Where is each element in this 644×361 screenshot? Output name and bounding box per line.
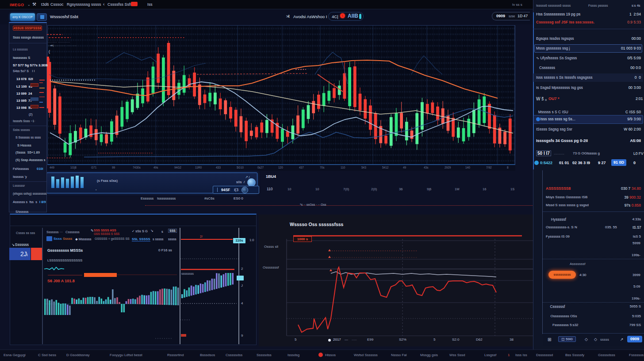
svg-text:11R0: 11R0 xyxy=(195,166,202,169)
svg-text:437: 437 xyxy=(299,166,304,169)
svg-text:1G|8: 1G|8 xyxy=(70,166,77,169)
svg-text:70s: 70s xyxy=(320,166,325,169)
svg-text:J: J xyxy=(241,284,243,288)
svg-text:0s27: 0s27 xyxy=(257,166,264,169)
svg-text:G71: G71 xyxy=(91,166,97,169)
svg-text:94G2: 94G2 xyxy=(174,166,181,169)
svg-text:5G10: 5G10 xyxy=(237,166,244,169)
svg-text:433: 433 xyxy=(216,166,221,169)
svg-text:9: 9 xyxy=(241,334,243,338)
svg-text:8: 8 xyxy=(507,166,509,169)
svg-text:543: 543 xyxy=(361,166,366,169)
svg-text:2929: 2929 xyxy=(445,166,451,169)
svg-text:2: 2 xyxy=(241,267,243,271)
svg-text:ssssssss: ssssssss xyxy=(181,272,194,275)
svg-text:140: 140 xyxy=(465,166,470,169)
svg-text:7/92: 7/92 xyxy=(486,166,492,169)
svg-text:2/: 2/ xyxy=(200,235,203,238)
svg-text:49s: 49s xyxy=(153,166,158,169)
svg-text:120: 120 xyxy=(278,166,283,169)
svg-text:7430s: 7430s xyxy=(133,166,141,169)
svg-text:5412: 5412 xyxy=(382,166,389,169)
svg-text:449: 449 xyxy=(50,166,54,169)
svg-text:99: 99 xyxy=(112,166,115,169)
svg-text:43s: 43s xyxy=(424,166,429,169)
svg-text:110: 110 xyxy=(341,166,345,169)
svg-text:4: 4 xyxy=(241,301,243,305)
svg-text:49: 49 xyxy=(403,166,406,169)
